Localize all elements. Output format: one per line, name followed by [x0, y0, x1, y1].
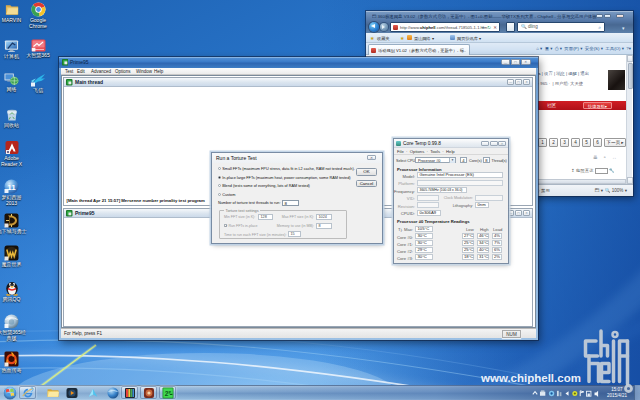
svg-text:11: 11 — [7, 183, 16, 192]
